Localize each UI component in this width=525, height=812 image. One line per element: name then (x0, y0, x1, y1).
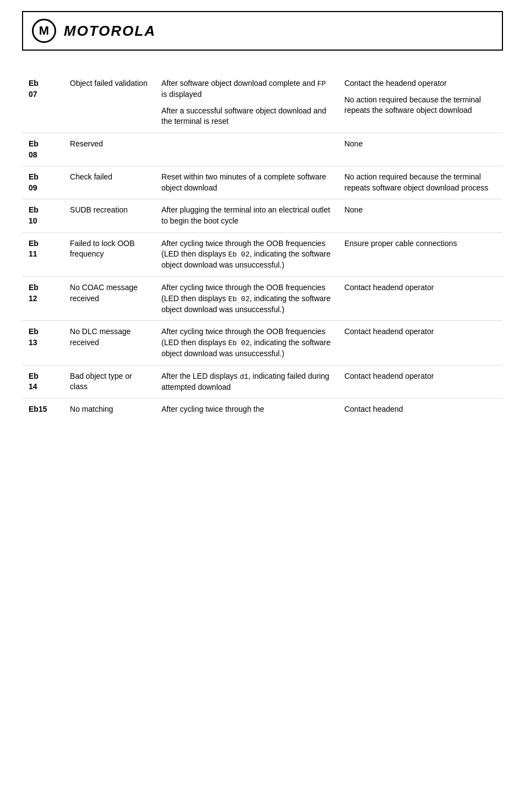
table-row: Eb11Failed to lock OOB frequencyAfter cy… (22, 232, 503, 276)
error-action: None (338, 133, 503, 166)
error-code: Eb13 (22, 321, 63, 365)
code-text: 07 (29, 90, 37, 99)
error-code: Eb10 (22, 199, 63, 232)
error-action: Contact the headend operatorNo action re… (338, 73, 503, 133)
code-text: 14 (29, 382, 37, 391)
action-line: None (344, 139, 496, 150)
error-when: After cycling twice through the (155, 399, 337, 421)
code-text: Eb (29, 283, 39, 292)
error-description: Reserved (63, 133, 155, 166)
table-row: Eb10SUDB recreationAfter plugging the te… (22, 199, 503, 232)
error-action: Ensure proper cable connections (338, 232, 503, 276)
error-when: After software object download complete … (155, 73, 337, 133)
error-code: Eb12 (22, 276, 63, 320)
error-description: SUDB recreation (63, 199, 155, 232)
error-description: No COAC message received (63, 276, 155, 320)
error-description: No matching (63, 399, 155, 421)
error-action: Contact headend operator (338, 365, 503, 399)
error-code: Eb07 (22, 73, 63, 133)
error-description: Bad object type or class (63, 365, 155, 399)
error-action: None (338, 199, 503, 232)
code-text: Eb (29, 372, 39, 380)
error-when: After cycling twice through the OOB freq… (155, 232, 337, 276)
error-code: Eb08 (22, 133, 63, 166)
action-line: Contact the headend operator (344, 78, 496, 89)
table-row: Eb12No COAC message receivedAfter cyclin… (22, 276, 503, 320)
when-line: After cycling twice through the (161, 404, 331, 415)
header: M MOTOROLA (22, 11, 503, 51)
when-line: After cycling twice through the OOB freq… (161, 282, 331, 315)
table-row: Eb09Check failedReset within two minutes… (22, 166, 503, 199)
error-when: After cycling twice through the OOB freq… (155, 321, 337, 365)
table-row: Eb07Object failed validationAfter softwa… (22, 73, 503, 133)
error-description: Object failed validation (63, 73, 155, 133)
code-text: 08 (29, 150, 37, 159)
when-line: Reset within two minutes of a complete s… (161, 172, 331, 193)
error-description: Check failed (63, 166, 155, 199)
inline-code: Eb 02 (228, 339, 250, 347)
error-code: Eb11 (22, 232, 63, 276)
when-line: After plugging the terminal into an elec… (161, 205, 331, 226)
code-text: Eb (29, 79, 39, 88)
code-text: 11 (29, 249, 37, 258)
when-line: After the LED displays d1, indicating fa… (161, 371, 331, 393)
error-code: Eb15 (22, 399, 63, 421)
code-text: Eb (29, 205, 39, 214)
error-code: Eb14 (22, 365, 63, 399)
code-text: 09 (29, 183, 37, 192)
brand-name: MOTOROLA (64, 23, 156, 40)
error-action: Contact headend (338, 399, 503, 421)
error-action: Contact headend operator (338, 321, 503, 365)
error-action: No action required because the terminal … (338, 166, 503, 199)
code-text: 10 (29, 216, 37, 225)
action-line: Contact headend operator (344, 371, 496, 382)
code-text: Eb (29, 239, 39, 248)
code-text: 12 (29, 294, 37, 303)
error-description: No DLC message received (63, 321, 155, 365)
action-line: Contact headend operator (344, 282, 496, 293)
inline-code: FP (318, 80, 326, 88)
error-when (155, 133, 337, 166)
code-text: Eb15 (29, 405, 47, 413)
action-line: No action required because the terminal … (344, 172, 496, 193)
when-line: After a successful software object downl… (161, 106, 331, 127)
table-row: Eb08ReservedNone (22, 133, 503, 166)
logo-circle: M (32, 19, 56, 43)
table-row: Eb15No matchingAfter cycling twice throu… (22, 399, 503, 421)
error-description: Failed to lock OOB frequency (63, 232, 155, 276)
when-line: After cycling twice through the OOB freq… (161, 326, 331, 359)
error-action: Contact headend operator (338, 276, 503, 320)
page: M MOTOROLA Eb07Object failed validationA… (0, 0, 525, 443)
error-when: After the LED displays d1, indicating fa… (155, 365, 337, 399)
error-table: Eb07Object failed validationAfter softwa… (22, 73, 503, 421)
when-line: After cycling twice through the OOB freq… (161, 238, 331, 271)
error-code: Eb09 (22, 166, 63, 199)
inline-code: Eb 02 (228, 295, 250, 303)
code-text: Eb (29, 327, 39, 336)
inline-code: Eb 02 (228, 250, 250, 259)
action-line: Contact headend operator (344, 326, 496, 337)
action-line: None (344, 205, 496, 216)
action-line: No action required because the terminal … (344, 95, 496, 116)
inline-code: d1 (240, 373, 249, 381)
code-text: Eb (29, 139, 39, 148)
error-when: Reset within two minutes of a complete s… (155, 166, 337, 199)
code-text: 13 (29, 338, 37, 347)
when-line: After software object download complete … (161, 78, 331, 100)
table-row: Eb13No DLC message receivedAfter cycling… (22, 321, 503, 365)
error-when: After plugging the terminal into an elec… (155, 199, 337, 232)
code-text: Eb (29, 172, 39, 181)
logo-letter: M (39, 24, 49, 38)
action-line: Contact headend (344, 404, 496, 415)
action-line: Ensure proper cable connections (344, 238, 496, 249)
table-row: Eb14Bad object type or classAfter the LE… (22, 365, 503, 399)
error-when: After cycling twice through the OOB freq… (155, 276, 337, 320)
